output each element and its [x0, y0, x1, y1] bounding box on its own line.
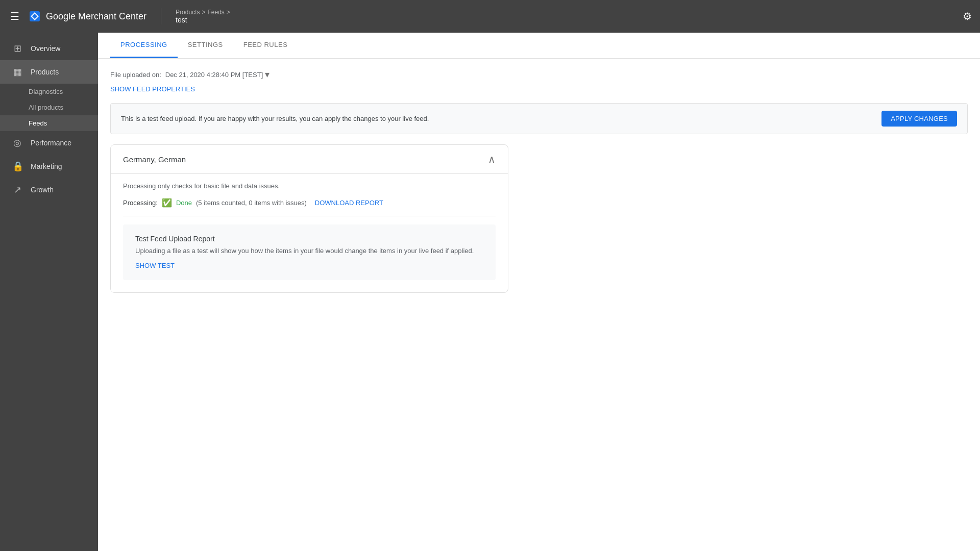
all-products-label: All products [29, 104, 63, 111]
breadcrumb-path: Products > Feeds > [176, 9, 230, 16]
show-test-link[interactable]: SHOW TEST [135, 262, 175, 269]
breadcrumb-sep2: > [227, 9, 230, 16]
tab-feed-rules[interactable]: FEED RULES [233, 33, 298, 58]
file-uploaded-dropdown[interactable]: Dec 21, 2020 4:28:40 PM [TEST] ▾ [165, 69, 270, 80]
sidebar-label-overview: Overview [31, 44, 60, 53]
sidebar-sub-item-diagnostics[interactable]: Diagnostics [0, 84, 98, 99]
sidebar-sub-item-all-products[interactable]: All products [0, 99, 98, 115]
sidebar: ⊞ Overview ▦ Products Diagnostics All pr… [0, 33, 98, 551]
topbar-left: ☰ Google Merchant Center Products > Feed… [8, 8, 230, 24]
sidebar-item-marketing[interactable]: 🔒 Marketing [0, 155, 98, 178]
country-card: Germany, German ∧ Processing only checks… [110, 144, 508, 293]
breadcrumb-sep1: > [202, 9, 205, 16]
tabs-bar: PROCESSING SETTINGS FEED RULES [98, 33, 980, 59]
file-uploaded-value: Dec 21, 2020 4:28:40 PM [TEST] [165, 71, 263, 79]
content-inner: PROCESSING SETTINGS FEED RULES File uplo… [98, 33, 980, 551]
breadcrumb-feeds[interactable]: Feeds [207, 9, 224, 16]
diagnostics-label: Diagnostics [29, 88, 63, 95]
sidebar-item-growth[interactable]: ↗ Growth [0, 178, 98, 202]
processing-status-row: Processing: ✅ Done (5 items counted, 0 i… [123, 198, 496, 216]
app-title: Google Merchant Center [46, 11, 146, 22]
test-feed-desc: Uploading a file as a test will show you… [135, 247, 483, 255]
test-notice: This is a test feed upload. If you are h… [110, 103, 968, 134]
sidebar-sub-item-feeds[interactable]: Feeds [0, 115, 98, 131]
topbar: ☰ Google Merchant Center Products > Feed… [0, 0, 980, 33]
sidebar-label-marketing: Marketing [31, 162, 62, 170]
settings-icon[interactable]: ⚙ [963, 11, 972, 22]
sidebar-item-performance[interactable]: ◎ Performance [0, 131, 98, 155]
breadcrumb: Products > Feeds > test [176, 9, 230, 24]
download-report-link[interactable]: DOWNLOAD REPORT [315, 199, 383, 207]
tab-settings[interactable]: SETTINGS [178, 33, 233, 58]
sidebar-label-growth: Growth [31, 186, 54, 194]
collapse-icon: ∧ [488, 153, 496, 165]
test-notice-text: This is a test feed upload. If you are h… [121, 115, 429, 122]
growth-icon: ↗ [12, 184, 22, 195]
done-text: Done [176, 199, 192, 207]
processing-label: Processing: [123, 199, 158, 207]
chevron-down-icon: ▾ [265, 69, 270, 80]
sidebar-item-products[interactable]: ▦ Products [0, 60, 98, 84]
sidebar-item-overview[interactable]: ⊞ Overview [0, 37, 98, 60]
logo-badge: Google Merchant Center [28, 9, 146, 23]
sidebar-label-products: Products [31, 68, 59, 76]
country-card-header[interactable]: Germany, German ∧ [111, 145, 508, 173]
breadcrumb-products[interactable]: Products [176, 9, 200, 16]
processing-detail: (5 items counted, 0 items with issues) [196, 199, 307, 207]
topbar-right: ⚙ [963, 10, 972, 22]
apply-changes-button[interactable]: APPLY CHANGES [881, 111, 957, 127]
content-area: PROCESSING SETTINGS FEED RULES File uplo… [98, 33, 980, 551]
topbar-divider [161, 8, 161, 24]
done-icon: ✅ [162, 198, 172, 208]
test-feed-title: Test Feed Upload Report [135, 235, 483, 243]
feeds-label: Feeds [29, 119, 47, 127]
content-body: File uploaded on: Dec 21, 2020 4:28:40 P… [98, 59, 980, 551]
hamburger-icon[interactable]: ☰ [8, 8, 21, 24]
marketing-icon: 🔒 [12, 161, 22, 172]
file-uploaded-row: File uploaded on: Dec 21, 2020 4:28:40 P… [110, 69, 968, 80]
country-card-title: Germany, German [123, 155, 186, 164]
google-merchant-logo [28, 9, 42, 23]
test-feed-box: Test Feed Upload Report Uploading a file… [123, 224, 496, 280]
processing-desc: Processing only checks for basic file an… [123, 182, 496, 190]
country-card-body: Processing only checks for basic file an… [111, 173, 508, 292]
file-uploaded-label: File uploaded on: [110, 71, 161, 79]
main-layout: ⊞ Overview ▦ Products Diagnostics All pr… [0, 33, 980, 551]
products-icon: ▦ [12, 66, 22, 78]
overview-icon: ⊞ [12, 43, 22, 54]
show-feed-properties-link[interactable]: SHOW FEED PROPERTIES [110, 85, 195, 93]
performance-icon: ◎ [12, 137, 22, 148]
tab-processing[interactable]: PROCESSING [110, 33, 178, 58]
breadcrumb-current: test [176, 16, 230, 24]
sidebar-label-performance: Performance [31, 139, 71, 147]
